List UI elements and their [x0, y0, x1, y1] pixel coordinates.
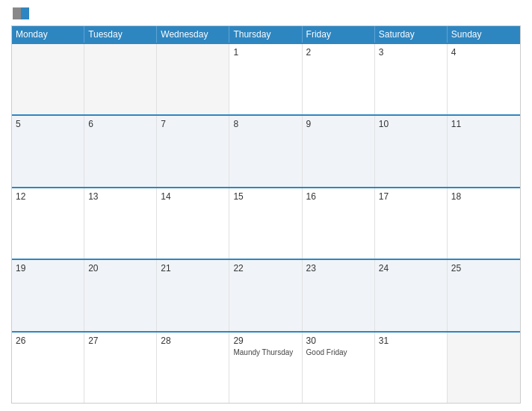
day-number: 14: [161, 191, 225, 202]
day-number: 26: [16, 336, 80, 346]
cal-cell: 29Maundy Thursday: [229, 333, 302, 403]
cal-cell: 5: [12, 116, 84, 186]
cal-cell: 2: [303, 44, 375, 114]
cal-cell: 13: [84, 188, 157, 259]
cal-cell: 9: [303, 116, 375, 186]
cal-cell: 4: [448, 44, 520, 114]
cal-cell: 18: [448, 188, 520, 259]
cal-cell: 21: [157, 260, 229, 330]
cal-cell: 27: [84, 333, 157, 403]
week-row-1: 1234: [12, 43, 520, 114]
calendar-body: 1234567891011121314151617181920212223242…: [12, 43, 520, 403]
cal-cell: [12, 44, 84, 114]
day-number: 25: [451, 263, 516, 274]
day-number: 18: [451, 191, 516, 202]
week-row-5: 26272829Maundy Thursday30Good Friday31: [12, 331, 520, 403]
day-number: 10: [379, 119, 443, 129]
calendar-page: MondayTuesdayWednesdayThursdayFridaySatu…: [0, 0, 532, 411]
cal-cell: 24: [375, 260, 448, 330]
event-label: Good Friday: [306, 347, 371, 357]
cal-cell: 15: [229, 188, 302, 259]
header-day-sunday: Sunday: [448, 26, 520, 43]
header-day-thursday: Thursday: [229, 26, 302, 43]
day-number: 6: [88, 119, 152, 129]
day-number: 11: [451, 119, 516, 129]
cal-cell: 22: [229, 260, 302, 330]
day-number: 1: [233, 47, 297, 58]
day-number: 8: [233, 119, 297, 129]
day-number: 23: [306, 263, 371, 274]
cal-cell: 30Good Friday: [303, 333, 375, 403]
day-number: 28: [161, 336, 225, 346]
cal-cell: 16: [303, 188, 375, 259]
day-number: 21: [161, 263, 225, 274]
logo-flag-icon: [13, 7, 29, 19]
cal-cell: 1: [229, 44, 302, 114]
calendar: MondayTuesdayWednesdayThursdayFridaySatu…: [11, 25, 521, 404]
header: [11, 7, 521, 19]
day-number: 13: [88, 191, 152, 202]
cal-cell: [448, 333, 520, 403]
day-number: 2: [306, 47, 371, 58]
cal-cell: 8: [229, 116, 302, 186]
day-number: 15: [233, 191, 297, 202]
logo: [11, 7, 29, 19]
cal-cell: 12: [12, 188, 84, 259]
cal-cell: 28: [157, 333, 229, 403]
day-number: 4: [451, 47, 516, 58]
day-number: 29: [233, 336, 297, 346]
cal-cell: 14: [157, 188, 229, 259]
cal-cell: [84, 44, 157, 114]
day-number: 22: [233, 263, 297, 274]
cal-cell: 31: [375, 333, 448, 403]
day-number: 27: [88, 336, 152, 346]
week-row-2: 567891011: [12, 114, 520, 186]
cal-cell: 17: [375, 188, 448, 259]
header-day-monday: Monday: [12, 26, 84, 43]
day-number: 17: [379, 191, 443, 202]
cal-cell: 3: [375, 44, 448, 114]
header-day-tuesday: Tuesday: [84, 26, 157, 43]
day-number: 24: [379, 263, 443, 274]
header-day-wednesday: Wednesday: [157, 26, 229, 43]
cal-cell: 7: [157, 116, 229, 186]
calendar-header-row: MondayTuesdayWednesdayThursdayFridaySatu…: [12, 26, 520, 43]
cal-cell: 10: [375, 116, 448, 186]
cal-cell: 11: [448, 116, 520, 186]
day-number: 19: [16, 263, 80, 274]
cal-cell: 6: [84, 116, 157, 186]
week-row-3: 12131415161718: [12, 187, 520, 259]
cal-cell: 26: [12, 333, 84, 403]
day-number: 12: [16, 191, 80, 202]
cal-cell: 20: [84, 260, 157, 330]
day-number: 7: [161, 119, 225, 129]
day-number: 3: [379, 47, 443, 58]
cal-cell: 23: [303, 260, 375, 330]
cal-cell: 19: [12, 260, 84, 330]
event-label: Maundy Thursday: [233, 347, 297, 357]
day-number: 16: [306, 191, 371, 202]
svg-marker-1: [13, 7, 21, 19]
day-number: 20: [88, 263, 152, 274]
day-number: 9: [306, 119, 371, 129]
header-day-friday: Friday: [303, 26, 375, 43]
header-day-saturday: Saturday: [375, 26, 448, 43]
day-number: 30: [306, 336, 371, 346]
week-row-4: 19202122232425: [12, 259, 520, 330]
cal-cell: 25: [448, 260, 520, 330]
day-number: 31: [379, 336, 443, 346]
day-number: 5: [16, 119, 80, 129]
cal-cell: [157, 44, 229, 114]
